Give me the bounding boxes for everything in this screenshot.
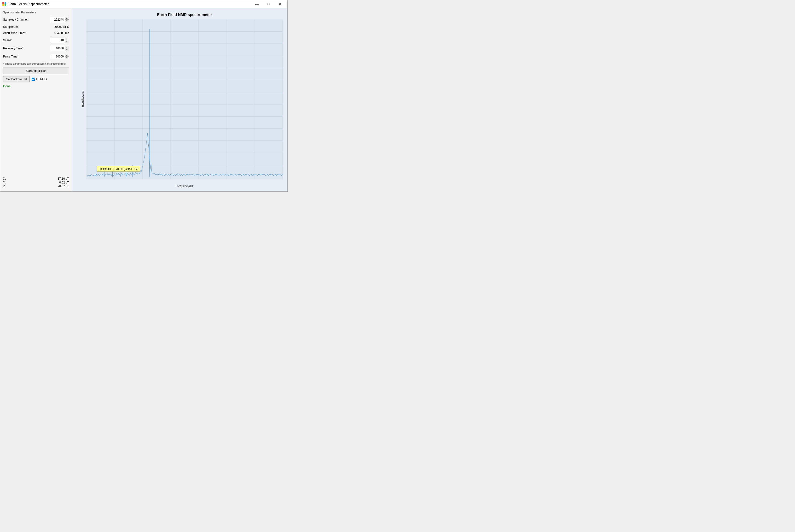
x-value: 37.10 uT bbox=[8, 177, 69, 180]
chart-title: Earth Field NMR spectrometer bbox=[87, 13, 282, 17]
recovery-spinbox[interactable]: ▲ ▼ bbox=[50, 46, 69, 51]
svg-text:Rendered in 27,31 ms (0036,61 : Rendered in 27,31 ms (0036,61 Hz) bbox=[98, 167, 138, 171]
scans-spinbox[interactable]: ▲ ▼ bbox=[50, 38, 69, 43]
pulse-row: Pulse Time*: ▲ ▼ bbox=[3, 54, 69, 59]
samples-spinbox[interactable]: ▲ ▼ bbox=[50, 17, 69, 22]
status-text: Done bbox=[3, 84, 69, 88]
sensor-section: X: 37.10 uT Y: 0.02 uT Z: -0.07 uT bbox=[3, 177, 69, 189]
bottom-controls-row: Set Background FFT/FID bbox=[3, 76, 69, 82]
window-title: Earth Fiel NMR spectrometer bbox=[8, 2, 252, 6]
pulse-arrows: ▲ ▼ bbox=[65, 54, 69, 59]
samples-up-arrow[interactable]: ▲ bbox=[65, 17, 69, 20]
samples-row: Samples / Channel: ▲ ▼ bbox=[3, 17, 69, 22]
scans-row: Scans: ▲ ▼ bbox=[3, 38, 69, 43]
y-value: 0.02 uT bbox=[8, 181, 69, 184]
scans-arrows: ▲ ▼ bbox=[65, 38, 69, 43]
recovery-label: Recovery Time*: bbox=[3, 47, 50, 50]
pulse-input[interactable] bbox=[50, 54, 65, 59]
samples-down-arrow[interactable]: ▼ bbox=[65, 20, 69, 22]
section-title: Spectrometer Parameters bbox=[3, 11, 69, 14]
samples-label: Samples / Channel: bbox=[3, 18, 50, 21]
samplerate-value: 50000 SPS bbox=[50, 25, 69, 28]
scans-input[interactable] bbox=[50, 38, 65, 43]
pulse-label: Pulse Time*: bbox=[3, 55, 50, 58]
svg-rect-4 bbox=[87, 19, 282, 179]
scans-up-arrow[interactable]: ▲ bbox=[65, 38, 69, 40]
recovery-up-arrow[interactable]: ▲ bbox=[65, 46, 69, 49]
pulse-down-arrow[interactable]: ▼ bbox=[65, 57, 69, 59]
recovery-down-arrow[interactable]: ▼ bbox=[65, 49, 69, 51]
z-label: Z: bbox=[3, 185, 8, 188]
samples-arrows: ▲ ▼ bbox=[65, 17, 69, 22]
acquisition-row: Adquisition Time*: 5242,88 ms bbox=[3, 31, 69, 35]
z-value: -0.07 uT bbox=[8, 185, 69, 188]
main-window: Earth Fiel NMR spectrometer — □ ✕ Spectr… bbox=[0, 0, 288, 192]
app-icon bbox=[2, 2, 6, 6]
fft-fid-label: FFT/FID bbox=[36, 78, 47, 81]
chart-area: Earth Field NMR spectrometer Intensity/a… bbox=[72, 8, 288, 191]
acquisition-value: 5242,88 ms bbox=[50, 31, 69, 35]
sidebar: Spectrometer Parameters Samples / Channe… bbox=[0, 8, 72, 191]
svg-rect-2 bbox=[2, 4, 4, 6]
samples-input[interactable] bbox=[50, 17, 65, 22]
fft-fid-container: FFT/FID bbox=[32, 78, 47, 81]
set-background-button[interactable]: Set Background bbox=[3, 76, 30, 82]
pulse-spinbox[interactable]: ▲ ▼ bbox=[50, 54, 69, 59]
content-area: Spectrometer Parameters Samples / Channe… bbox=[0, 8, 288, 191]
recovery-row: Recovery Time*: ▲ ▼ bbox=[3, 46, 69, 51]
chart-wrapper: 0,013 0,012 0,011 0,01 0,009 0,008 0,007… bbox=[87, 19, 282, 179]
start-acquisition-button[interactable]: Start Adquisition bbox=[3, 68, 69, 74]
pulse-up-arrow[interactable]: ▲ bbox=[65, 54, 69, 57]
z-sensor-row: Z: -0.07 uT bbox=[3, 185, 69, 188]
x-axis-label: Frequency/Hz bbox=[176, 185, 193, 188]
scans-label: Scans: bbox=[3, 39, 50, 42]
samplerate-label: Samplerate: bbox=[3, 25, 50, 28]
svg-rect-3 bbox=[4, 4, 6, 6]
note-text: * These parameters are expressed in mili… bbox=[3, 62, 69, 65]
y-sensor-row: Y: 0.02 uT bbox=[3, 181, 69, 184]
close-button[interactable]: ✕ bbox=[274, 0, 285, 8]
svg-rect-1 bbox=[4, 2, 6, 4]
y-axis-label: Intensity/a.u. bbox=[81, 91, 85, 108]
fft-fid-checkbox[interactable] bbox=[32, 78, 35, 81]
chart-svg: 0,013 0,012 0,011 0,01 0,009 0,008 0,007… bbox=[87, 19, 282, 179]
minimize-button[interactable]: — bbox=[252, 0, 262, 8]
svg-rect-0 bbox=[2, 2, 4, 4]
titlebar: Earth Fiel NMR spectrometer — □ ✕ bbox=[0, 0, 288, 8]
acquisition-label: Adquisition Time*: bbox=[3, 31, 50, 35]
recovery-arrows: ▲ ▼ bbox=[65, 46, 69, 51]
samplerate-row: Samplerate: 50000 SPS bbox=[3, 25, 69, 28]
scans-down-arrow[interactable]: ▼ bbox=[65, 40, 69, 43]
x-label: X: bbox=[3, 177, 8, 180]
recovery-input[interactable] bbox=[50, 46, 65, 51]
maximize-button[interactable]: □ bbox=[263, 0, 274, 8]
y-label: Y: bbox=[3, 181, 8, 184]
window-controls: — □ ✕ bbox=[252, 0, 285, 8]
x-sensor-row: X: 37.10 uT bbox=[3, 177, 69, 180]
